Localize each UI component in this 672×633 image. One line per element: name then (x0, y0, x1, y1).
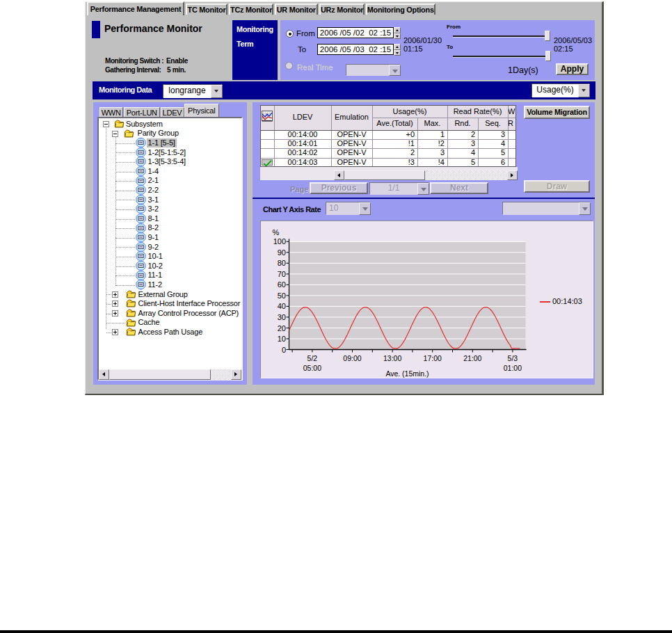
svg-text:70: 70 (278, 270, 286, 278)
svg-text:60: 60 (278, 280, 286, 289)
svg-text:01:00: 01:00 (504, 364, 522, 372)
svg-text:09:00: 09:00 (343, 354, 361, 362)
svg-text:50: 50 (278, 291, 286, 300)
svg-text:5/2: 5/2 (307, 354, 318, 362)
svg-text:40: 40 (278, 302, 286, 310)
svg-text:30: 30 (278, 313, 286, 321)
svg-text:10: 10 (278, 335, 286, 343)
svg-text:0: 0 (282, 346, 286, 354)
svg-text:%: % (273, 228, 280, 237)
svg-text:13:00: 13:00 (383, 354, 401, 362)
svg-text:21:00: 21:00 (463, 354, 481, 362)
svg-text:80: 80 (278, 259, 286, 267)
svg-text:05:00: 05:00 (303, 364, 321, 372)
svg-text:100: 100 (273, 237, 286, 246)
svg-text:5/3: 5/3 (508, 354, 518, 362)
svg-text:17:00: 17:00 (424, 354, 442, 362)
svg-text:Ave. (15min.): Ave. (15min.) (385, 369, 429, 378)
svg-text:90: 90 (278, 248, 286, 257)
svg-text:20: 20 (278, 324, 286, 332)
